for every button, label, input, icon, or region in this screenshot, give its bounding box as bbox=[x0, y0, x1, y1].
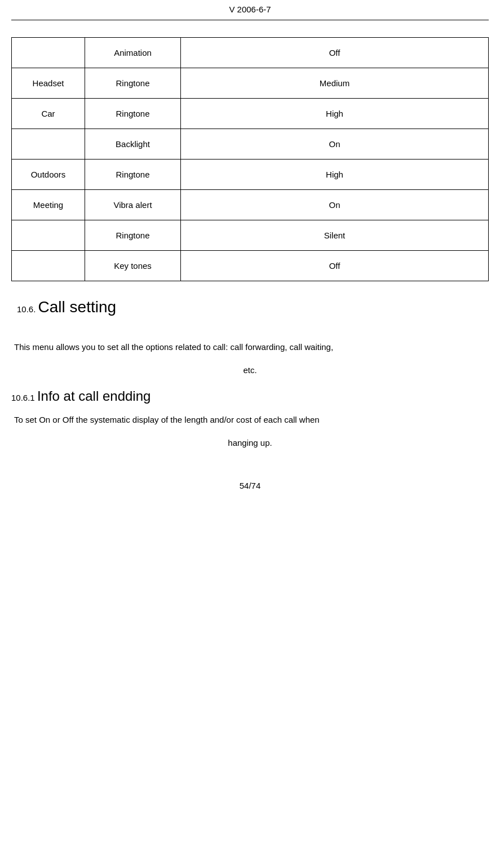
page-number: 54/74 bbox=[240, 481, 261, 490]
section-10-6-1-number: 10.6.1 bbox=[11, 393, 35, 402]
section-10-6-1-heading: 10.6.1 Info at call endding bbox=[11, 388, 489, 404]
value-cell: Medium bbox=[181, 68, 489, 99]
settings-table: Animation Off Headset Ringtone Medium Ca… bbox=[11, 37, 489, 281]
category-cell bbox=[12, 220, 85, 251]
setting-cell: Key tones bbox=[85, 251, 181, 281]
section-10-6-number: 10.6. bbox=[17, 304, 36, 314]
table-row: Animation Off bbox=[12, 38, 489, 68]
category-cell: Car bbox=[12, 99, 85, 129]
category-cell: Meeting bbox=[12, 190, 85, 220]
table-row: Backlight On bbox=[12, 129, 489, 160]
category-cell bbox=[12, 251, 85, 281]
value-cell: On bbox=[181, 129, 489, 160]
main-content: Animation Off Headset Ringtone Medium Ca… bbox=[11, 20, 489, 470]
section-10-6-description-line2: etc. bbox=[11, 363, 489, 378]
setting-cell: Vibra alert bbox=[85, 190, 181, 220]
section-10-6-1-title: Info at call endding bbox=[37, 388, 151, 404]
table-row: Headset Ringtone Medium bbox=[12, 68, 489, 99]
setting-cell: Ringtone bbox=[85, 99, 181, 129]
section-10-6-1-description-line1: To set On or Off the systematic display … bbox=[11, 413, 489, 427]
category-cell bbox=[12, 38, 85, 68]
setting-cell: Ringtone bbox=[85, 220, 181, 251]
category-cell: Headset bbox=[12, 68, 85, 99]
value-cell: High bbox=[181, 99, 489, 129]
table-row: Key tones Off bbox=[12, 251, 489, 281]
value-cell: Off bbox=[181, 251, 489, 281]
section-10-6-title: Call setting bbox=[38, 298, 117, 316]
page-footer: 54/74 bbox=[11, 470, 489, 502]
version-label: V 2006-6-7 bbox=[229, 5, 271, 14]
setting-cell: Ringtone bbox=[85, 160, 181, 190]
table-row: Outdoors Ringtone High bbox=[12, 160, 489, 190]
category-cell bbox=[12, 129, 85, 160]
value-cell: Silent bbox=[181, 220, 489, 251]
table-row: Ringtone Silent bbox=[12, 220, 489, 251]
page-header: V 2006-6-7 bbox=[11, 0, 489, 20]
section-10-6-1-description-line2: hanging up. bbox=[11, 436, 489, 450]
setting-cell: Backlight bbox=[85, 129, 181, 160]
category-cell: Outdoors bbox=[12, 160, 85, 190]
setting-cell: Ringtone bbox=[85, 68, 181, 99]
value-cell: Off bbox=[181, 38, 489, 68]
table-row: Car Ringtone High bbox=[12, 99, 489, 129]
setting-cell: Animation bbox=[85, 38, 181, 68]
value-cell: High bbox=[181, 160, 489, 190]
section-10-6-heading: 10.6. Call setting bbox=[11, 298, 489, 316]
value-cell: On bbox=[181, 190, 489, 220]
section-10-6-description-line1: This menu allows you to set all the opti… bbox=[11, 340, 489, 355]
table-row: Meeting Vibra alert On bbox=[12, 190, 489, 220]
